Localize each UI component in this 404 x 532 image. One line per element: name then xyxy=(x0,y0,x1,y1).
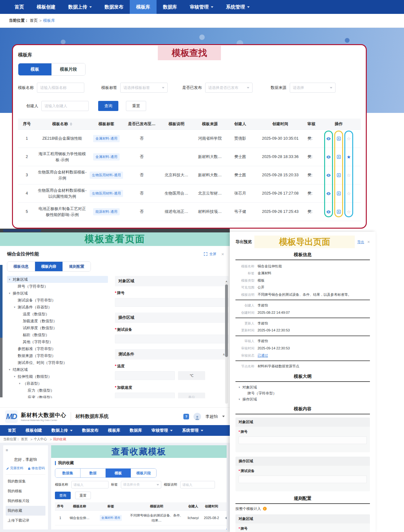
sidebar-menu-item[interactable]: 我的模板片段 xyxy=(6,496,45,506)
favorite-star-icon[interactable] xyxy=(346,209,352,215)
top-nav-item[interactable]: 数据发布 xyxy=(98,0,130,14)
top-nav-item[interactable]: 系统管理 xyxy=(220,0,256,14)
view-eye-icon[interactable] xyxy=(325,209,332,215)
favorite-star-icon[interactable] xyxy=(346,190,352,197)
view-eye-icon[interactable] xyxy=(325,172,332,178)
favorite-star-icon[interactable] xyxy=(346,154,352,160)
sidebar-menu-item[interactable]: 我的收藏 xyxy=(6,506,45,516)
pagination-page-1[interactable]: 1 xyxy=(226,529,227,529)
cell-template-name[interactable]: ZE21B镁合金腐蚀性能 xyxy=(36,131,89,147)
viewer-tab[interactable]: 模板内容 xyxy=(35,262,63,271)
favorite-star-icon[interactable] xyxy=(346,136,352,142)
loading-speed-input[interactable] xyxy=(115,393,175,398)
tree-item[interactable]: ▾ （容器型） xyxy=(7,380,108,387)
tree-expand-icon[interactable]: ▾ xyxy=(9,368,13,371)
tree-item[interactable]: ▾ 对象区域 xyxy=(7,276,108,283)
published-select[interactable]: 请选择是否已发布 xyxy=(205,83,252,93)
tree-item[interactable]: ▾ 加载速度（数值型） xyxy=(7,318,108,324)
sidebar-menu-item[interactable]: 我的数据集 xyxy=(6,476,45,486)
breadcrumb-personal-center[interactable]: 个人中心 xyxy=(34,437,47,441)
tree-item[interactable]: ▾ 标距（数值型） xyxy=(7,331,108,338)
export-icon[interactable] xyxy=(336,136,342,142)
sidebar-collapse-icon[interactable]: ≡ xyxy=(6,448,8,453)
template-name-input[interactable] xyxy=(37,83,84,93)
tree-item[interactable]: ▾ 数据来源（字符串型） xyxy=(7,352,108,359)
top-nav-item[interactable]: 模板创建 xyxy=(30,0,62,14)
export-icon[interactable] xyxy=(336,209,342,215)
portal-nav-item[interactable]: 数据库 xyxy=(125,425,147,436)
tree-item[interactable]: ▾ 牌号（字符串型） xyxy=(7,283,108,290)
edit-profile-link[interactable]: 完善资料 xyxy=(6,466,23,471)
tree-item[interactable]: ▾ 试样厚度（数值型） xyxy=(7,324,108,331)
close-icon[interactable]: × xyxy=(221,251,224,257)
portal-nav-item[interactable]: 首页 xyxy=(3,425,21,436)
fav-name-input[interactable] xyxy=(71,481,109,488)
top-nav-item[interactable]: 模板库 xyxy=(130,0,157,14)
view-eye-icon[interactable] xyxy=(224,515,227,521)
fullscreen-button[interactable]: 全屏 xyxy=(204,252,216,256)
tree-item[interactable]: ▾ 其他（字符串型） xyxy=(7,338,108,345)
sidebar-menu-item[interactable]: 上传下载记录 xyxy=(6,516,45,525)
export-icon[interactable] xyxy=(336,154,342,160)
viewer-tab[interactable]: 模板信息 xyxy=(7,262,35,271)
tree-item[interactable]: ▾ 应力（数值型） xyxy=(7,387,108,394)
close-icon[interactable]: × xyxy=(367,239,370,244)
tree-item[interactable]: ▾ 应变（数值型） xyxy=(7,394,108,398)
breadcrumb-home[interactable]: 首页 xyxy=(21,437,28,441)
brand-input[interactable] xyxy=(115,298,229,307)
tree-expand-icon[interactable]: ▾ xyxy=(14,306,18,309)
collapse-icon[interactable]: ∧ xyxy=(223,353,225,356)
portal-nav-item[interactable]: 数据发布 xyxy=(77,425,103,436)
view-eye-icon[interactable] xyxy=(325,136,332,142)
library-type-tab[interactable]: 模板片段 xyxy=(52,63,85,75)
favorites-tab[interactable]: 模板 xyxy=(106,469,131,477)
tree-expand-icon[interactable]: ▾ xyxy=(9,292,13,295)
pagination-prev[interactable]: 上一页 xyxy=(214,529,224,529)
top-nav-item[interactable]: 审核管理 xyxy=(183,0,220,14)
cell-template-name[interactable]: 海洋工程用钢板力学性能模板-示例 xyxy=(36,149,89,165)
tree-expand-icon[interactable]: ▾ xyxy=(14,375,18,378)
cell-template-name[interactable]: 电池正极极片制备工艺对正极性能的影响-示例 xyxy=(36,204,89,220)
temperature-input[interactable] xyxy=(115,371,175,380)
tree-expand-icon[interactable]: ▾ xyxy=(19,382,23,385)
view-eye-icon[interactable] xyxy=(325,154,332,160)
viewer-tab[interactable]: 规则配置 xyxy=(63,262,91,271)
template-tag-select[interactable]: 请选择模板标签 xyxy=(120,83,168,93)
sort-icon[interactable] xyxy=(70,122,72,126)
help-icon[interactable]: ? xyxy=(183,414,189,419)
top-nav-item[interactable]: 数据上传 xyxy=(62,0,98,14)
tree-item[interactable]: ▾ 温度（数值型） xyxy=(7,311,108,318)
top-nav-item[interactable]: 首页 xyxy=(8,0,30,14)
cell-template-name[interactable]: 生物医用合金材料数据模板-以抗菌性能为例 xyxy=(36,186,89,202)
fav-search-button[interactable]: 查询 xyxy=(55,492,71,499)
library-type-tab[interactable]: 模板 xyxy=(18,63,52,75)
creator-input[interactable] xyxy=(41,101,89,111)
export-button[interactable]: 导出 xyxy=(357,240,364,244)
change-password-link[interactable]: 修改密码 xyxy=(28,466,45,471)
portal-nav-item[interactable]: 模板库 xyxy=(103,425,125,436)
search-button[interactable]: 查询 xyxy=(98,101,118,111)
tree-item[interactable]: ▾ 拉伸性能（数组型） xyxy=(7,373,108,380)
data-source-select[interactable]: 请选择 xyxy=(290,83,336,93)
portal-nav-item[interactable]: 数据上传 xyxy=(47,425,77,436)
fav-cell-name[interactable]: 铜合金拉伸… xyxy=(66,514,93,522)
scrollbar[interactable]: ▲ xyxy=(225,281,228,404)
favorites-tab[interactable]: 模板片段 xyxy=(131,469,156,477)
tree-item[interactable]: ▾ 结果区域 xyxy=(7,366,108,373)
user-name[interactable]: 李超怡 xyxy=(205,414,218,419)
export-icon[interactable] xyxy=(336,190,342,197)
portal-nav-item[interactable]: 系统管理 xyxy=(177,425,208,436)
top-nav-item[interactable]: 数据库 xyxy=(157,0,183,14)
reset-button[interactable]: 重置 xyxy=(126,101,146,111)
fav-reset-button[interactable]: 重置 xyxy=(75,492,91,499)
fav-tag-select[interactable]: 请选择分类 xyxy=(121,481,161,488)
scrollbar-thumb[interactable] xyxy=(225,284,228,357)
sidebar-menu-item[interactable]: 我的模板 xyxy=(6,486,45,496)
chevron-down-icon[interactable] xyxy=(222,416,225,417)
portal-nav-item[interactable]: 审核管理 xyxy=(147,425,177,436)
tree-item[interactable]: ▾ 参照标准（字符串型） xyxy=(7,345,108,352)
export-icon[interactable] xyxy=(336,172,342,178)
scrollbar-up-icon[interactable]: ▲ xyxy=(225,280,228,282)
breadcrumb-home[interactable]: 首页 xyxy=(30,18,38,23)
tree-item[interactable]: ▾ 测试设备（字符串型） xyxy=(7,297,108,304)
